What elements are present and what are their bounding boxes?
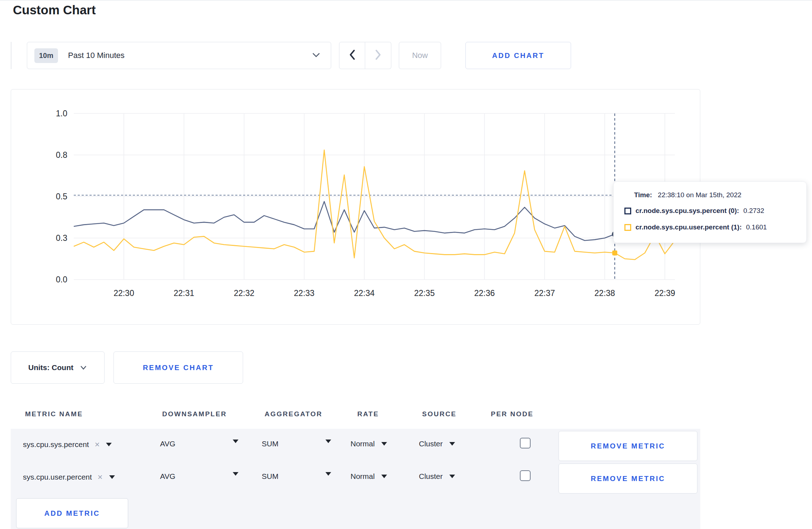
metric-name-value: sys.cpu.user.percent [23, 473, 92, 481]
toolbar-divider [11, 42, 11, 69]
y-tick-label: 0.5 [56, 192, 67, 201]
y-tick-label: 1.0 [56, 109, 67, 118]
units-select[interactable]: Units: Count [11, 351, 105, 384]
caret-down-icon[interactable] [325, 472, 331, 476]
x-tick-label: 22:34 [354, 288, 375, 298]
next-timespan-button[interactable] [365, 42, 391, 69]
close-icon[interactable]: × [98, 472, 103, 482]
remove-metric-button[interactable]: REMOVE METRIC [559, 464, 697, 494]
add-chart-button[interactable]: ADD CHART [465, 42, 571, 69]
source-value: Cluster [419, 472, 443, 481]
close-icon[interactable]: × [95, 440, 100, 450]
y-tick-label: 0.3 [56, 233, 67, 243]
prev-timespan-button[interactable] [339, 42, 365, 69]
y-tick-label: 0.0 [56, 275, 67, 284]
time-range-select[interactable]: 10m Past 10 Minutes [27, 42, 331, 69]
tooltip-series-label: cr.node.sys.cpu.user.percent (1): [635, 223, 742, 231]
x-tick-label: 22:38 [594, 288, 615, 298]
rate-value: Normal [351, 472, 375, 481]
x-tick-label: 22:36 [474, 288, 495, 298]
metric-name-select[interactable]: sys.cpu.user.percent × [23, 472, 115, 482]
tooltip-series-label: cr.node.sys.cpu.sys.percent (0): [635, 207, 739, 215]
tooltip-time-value: 22:38:10 on Mar 15th, 2022 [658, 191, 741, 199]
tooltip-time-label: Time: [634, 191, 652, 199]
caret-down-icon[interactable] [233, 472, 238, 476]
source-select[interactable]: Cluster [419, 472, 455, 481]
col-aggregator: AGGREGATOR [265, 410, 323, 418]
remove-chart-button[interactable]: REMOVE CHART [113, 351, 243, 384]
x-tick-label: 22:32 [234, 288, 255, 298]
caret-down-icon[interactable] [325, 440, 331, 443]
x-tick-label: 22:33 [294, 288, 315, 298]
source-value: Cluster [419, 440, 443, 448]
col-per-node: PER NODE [491, 410, 533, 418]
add-metric-button[interactable]: ADD METRIC [16, 498, 128, 528]
metric-name-value: sys.cpu.sys.percent [23, 440, 89, 449]
time-pager [339, 42, 391, 69]
chevron-right-icon [374, 49, 382, 62]
per-node-checkbox[interactable] [520, 438, 531, 448]
aggregator-select[interactable]: SUM [262, 440, 279, 448]
series-line [74, 150, 675, 259]
chevron-down-icon [311, 52, 321, 59]
per-node-checkbox[interactable] [520, 470, 531, 481]
rate-select[interactable]: Normal [351, 440, 387, 448]
caret-down-icon[interactable] [233, 440, 238, 443]
remove-metric-button[interactable]: REMOVE METRIC [559, 431, 697, 461]
caret-down-icon [106, 443, 112, 446]
x-tick-label: 22:39 [654, 288, 675, 298]
time-range-label: Past 10 Minutes [68, 51, 311, 60]
line-chart[interactable]: 0.00.30.50.81.022:3022:3122:3222:3322:34… [11, 89, 700, 324]
x-tick-label: 22:37 [534, 288, 555, 298]
col-metric-name: METRIC NAME [25, 410, 83, 418]
x-tick-label: 22:35 [414, 288, 435, 298]
tooltip-series-row: cr.node.sys.cpu.sys.percent (0): 0.2732 [624, 207, 764, 215]
col-downsampler: DOWNSAMPLER [162, 410, 227, 418]
hover-marker [612, 251, 617, 256]
tooltip-series-value: 0.2732 [743, 207, 764, 215]
custom-chart-page: { "page": { "title": "Custom Chart" }, "… [0, 0, 812, 529]
tooltip-series-value: 0.1601 [746, 223, 767, 231]
now-button[interactable]: Now [399, 42, 441, 69]
downsampler-select[interactable]: AVG [160, 440, 175, 448]
downsampler-select[interactable]: AVG [160, 472, 175, 481]
aggregator-select[interactable]: SUM [262, 472, 279, 481]
chart-tooltip: Time:22:38:10 on Mar 15th, 2022 cr.node.… [613, 181, 807, 243]
col-rate: RATE [357, 410, 379, 418]
units-label: Units: Count [28, 363, 73, 372]
col-source: SOURCE [422, 410, 456, 418]
y-tick-label: 0.8 [56, 150, 67, 160]
user-series-swatch-icon [624, 224, 631, 231]
time-range-badge: 10m [34, 48, 58, 63]
chevron-down-icon [80, 363, 87, 372]
caret-down-icon [109, 475, 115, 479]
x-tick-label: 22:31 [174, 288, 194, 298]
tooltip-series-row: cr.node.sys.cpu.user.percent (1): 0.1601 [624, 223, 767, 231]
x-tick-label: 22:30 [113, 288, 134, 298]
metrics-table-header: METRIC NAME DOWNSAMPLER AGGREGATOR RATE … [11, 402, 700, 429]
metric-name-select[interactable]: sys.cpu.sys.percent × [23, 440, 112, 450]
source-select[interactable]: Cluster [419, 440, 455, 448]
chevron-left-icon [348, 49, 356, 62]
rate-value: Normal [351, 440, 375, 448]
tooltip-time: Time:22:38:10 on Mar 15th, 2022 [634, 191, 741, 199]
sys-series-swatch-icon [624, 208, 631, 214]
rate-select[interactable]: Normal [351, 472, 387, 481]
chart-card: 0.00.30.50.81.022:3022:3122:3222:3322:34… [11, 89, 700, 325]
page-title: Custom Chart [13, 3, 96, 17]
